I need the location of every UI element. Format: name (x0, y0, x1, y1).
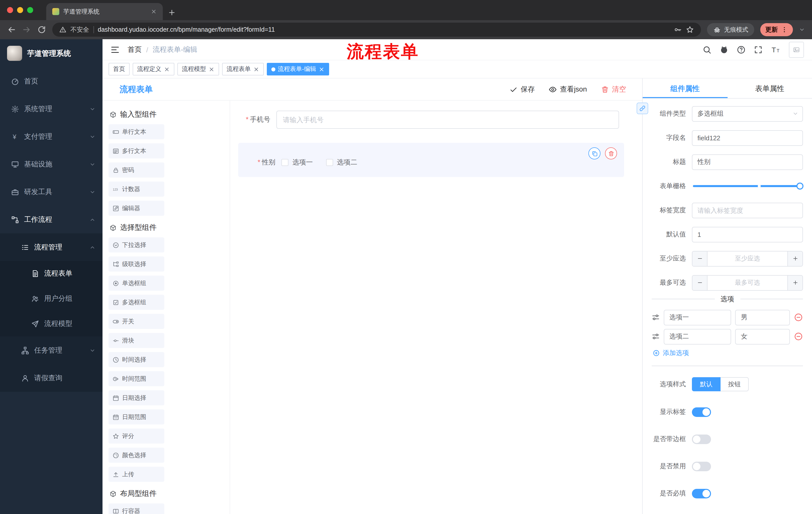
disabled-switch[interactable] (692, 461, 711, 471)
gender-option-1-checkbox[interactable]: 选项一 (281, 158, 313, 167)
max-select-value[interactable]: 最多可选 (707, 275, 787, 290)
palette-item-row-container[interactable]: 行容器 (109, 504, 164, 514)
close-icon[interactable] (208, 66, 214, 72)
remove-option-icon[interactable] (794, 332, 803, 341)
palette-item-date-picker[interactable]: 日期选择 (109, 390, 164, 405)
close-window-button[interactable] (7, 7, 13, 13)
palette-item-counter[interactable]: 计数器 (109, 182, 164, 197)
browser-update-button[interactable]: 更新 (760, 23, 793, 36)
canvas-field-phone[interactable]: 手机号 (238, 110, 624, 130)
max-select-stepper[interactable]: 最多可选 (692, 275, 803, 291)
bookmark-star-icon[interactable] (686, 26, 694, 34)
palette-item-select[interactable]: 下拉选择 (109, 237, 164, 252)
palette-item-upload[interactable]: 上传 (109, 467, 164, 482)
drag-handle-icon[interactable] (652, 313, 660, 321)
tag-process-definition[interactable]: 流程定义 (133, 63, 174, 76)
zoom-window-button[interactable] (27, 7, 33, 13)
password-key-icon[interactable] (674, 26, 682, 34)
option-label-input[interactable] (664, 309, 731, 325)
show-label-switch[interactable] (692, 407, 711, 417)
sidebar-item-home[interactable]: 首页 (0, 67, 103, 95)
style-default-button[interactable]: 默认 (692, 377, 721, 391)
close-icon[interactable] (164, 66, 170, 72)
default-value-input[interactable] (692, 226, 803, 242)
sidebar-item-system[interactable]: 系统管理 (0, 95, 103, 123)
tag-home[interactable]: 首页 (109, 63, 129, 76)
sidebar-item-process-management[interactable]: 流程管理 (0, 233, 103, 261)
add-option-button[interactable]: 添加选项 (653, 349, 803, 358)
tab-close-icon[interactable] (151, 8, 157, 15)
palette-item-rate[interactable]: 评分 (109, 429, 164, 443)
delete-field-button[interactable] (605, 147, 617, 159)
palette-item-cascader[interactable]: 级联选择 (109, 256, 164, 272)
search-icon[interactable] (702, 45, 712, 54)
increase-button[interactable] (787, 251, 803, 266)
decrease-button[interactable] (692, 251, 707, 266)
clear-button[interactable]: 清空 (601, 85, 626, 94)
sidebar-item-infrastructure[interactable]: 基础设施 (0, 151, 103, 178)
palette-item-color-picker[interactable]: 颜色选择 (109, 448, 164, 463)
sidebar-item-payment[interactable]: 支付管理 (0, 123, 103, 151)
not-secure-warning-icon[interactable] (59, 26, 66, 33)
reload-icon[interactable] (37, 25, 46, 34)
slider-handle[interactable] (796, 183, 804, 190)
min-select-stepper[interactable]: 至少应选 (692, 251, 803, 266)
palette-item-password[interactable]: 密码 (109, 162, 164, 178)
new-tab-icon[interactable] (168, 8, 176, 17)
sidebar-item-user-groups[interactable]: 用户分组 (0, 286, 103, 311)
component-type-select[interactable]: 多选框组 (692, 106, 803, 121)
kebab-menu-icon[interactable] (781, 26, 788, 33)
field-name-input[interactable] (692, 130, 803, 145)
user-avatar[interactable] (789, 42, 804, 58)
phone-field-input[interactable] (277, 111, 619, 129)
link-icon[interactable] (637, 103, 648, 114)
tab-component-properties[interactable]: 组件属性 (643, 78, 727, 98)
required-switch[interactable] (692, 489, 711, 498)
close-icon[interactable] (319, 66, 325, 72)
sidebar-item-workflow[interactable]: 工作流程 (0, 206, 103, 233)
palette-item-date-range[interactable]: 日期范围 (109, 409, 164, 425)
breadcrumb-home[interactable]: 首页 (127, 45, 142, 54)
label-width-input[interactable] (692, 202, 803, 218)
copy-field-button[interactable] (588, 147, 601, 159)
palette-item-single-line-text[interactable]: 单行文本 (109, 124, 164, 139)
fullscreen-icon[interactable] (754, 45, 763, 54)
palette-item-multi-line-text[interactable]: 多行文本 (109, 143, 164, 158)
decrease-button[interactable] (692, 275, 707, 290)
sidebar-item-devtools[interactable]: 研发工具 (0, 178, 103, 206)
sidebar-item-leave-query[interactable]: 请假查询 (0, 364, 103, 392)
window-controls[interactable] (5, 0, 33, 20)
sidebar-item-task-management[interactable]: 任务管理 (0, 336, 103, 364)
save-button[interactable]: 保存 (510, 85, 535, 94)
palette-item-slider[interactable]: 滑块 (109, 333, 164, 348)
option-value-input[interactable] (735, 329, 790, 344)
close-icon[interactable] (253, 66, 259, 72)
palette-item-radio-group[interactable]: 单选框组 (109, 276, 164, 291)
back-icon[interactable] (7, 25, 16, 34)
view-json-button[interactable]: 查看json (549, 85, 587, 94)
palette-item-editor[interactable]: 编辑器 (109, 201, 164, 216)
sidebar-toggle-icon[interactable] (111, 45, 120, 54)
form-canvas[interactable]: 手机号 性别 (230, 101, 642, 514)
tag-process-form-edit[interactable]: 流程表单-编辑 (267, 63, 329, 76)
style-button-button[interactable]: 按钮 (721, 377, 749, 391)
minimize-window-button[interactable] (17, 7, 23, 13)
title-input[interactable] (692, 154, 803, 170)
tag-process-form[interactable]: 流程表单 (222, 63, 264, 76)
forward-icon[interactable] (22, 25, 31, 34)
chevron-down-icon[interactable] (799, 27, 805, 33)
increase-button[interactable] (787, 275, 803, 290)
tab-form-properties[interactable]: 表单属性 (727, 78, 812, 98)
sidebar-item-process-model[interactable]: 流程模型 (0, 311, 103, 336)
form-grid-slider[interactable] (693, 185, 800, 187)
github-icon[interactable] (720, 45, 729, 54)
bordered-switch[interactable] (692, 434, 711, 444)
palette-item-switch[interactable]: 开关 (109, 314, 164, 329)
gender-option-2-checkbox[interactable]: 选项二 (326, 158, 357, 167)
canvas-field-gender-selected[interactable]: 性别 选项一 选项二 (238, 143, 624, 177)
sidebar-item-process-form[interactable]: 流程表单 (0, 261, 103, 286)
option-value-input[interactable] (735, 309, 790, 325)
tag-process-model[interactable]: 流程模型 (177, 63, 219, 76)
browser-tab[interactable]: 芋道管理系统 (46, 3, 163, 20)
address-bar[interactable]: 不安全 dashboard.yudao.iocoder.cn/bpm/manag… (52, 23, 701, 37)
